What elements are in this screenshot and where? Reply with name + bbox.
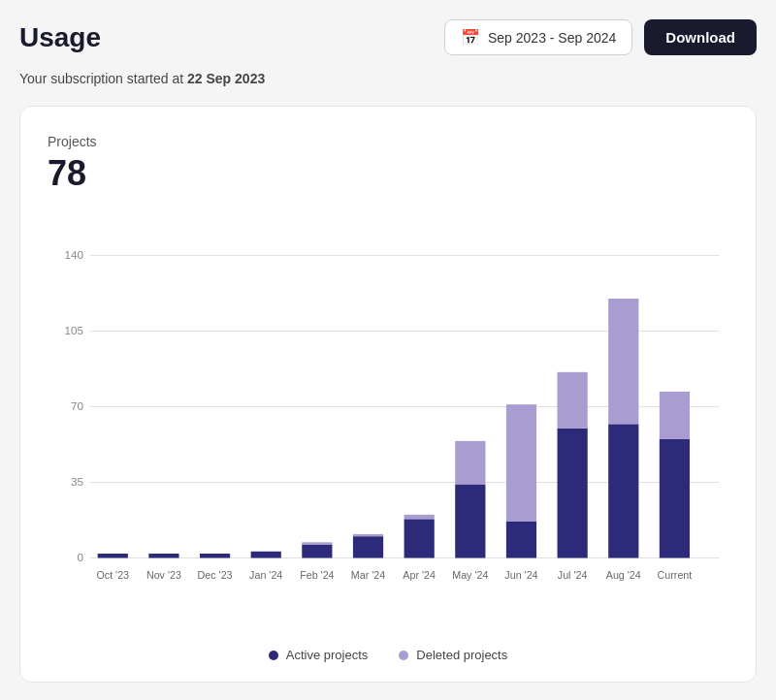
bar-active-4 — [302, 545, 332, 558]
svg-text:Apr '24: Apr '24 — [403, 569, 436, 581]
active-dot — [269, 651, 278, 660]
bar-active-9 — [558, 429, 588, 558]
bar-active-11 — [660, 439, 690, 558]
header-controls: 📅 Sep 2023 - Sep 2024 Download — [444, 19, 757, 55]
bar-active-0 — [98, 554, 128, 557]
svg-text:Mar '24: Mar '24 — [351, 569, 385, 581]
subscription-date: 22 Sep 2023 — [187, 71, 265, 86]
bar-active-3 — [251, 552, 281, 558]
svg-text:Jan '24: Jan '24 — [249, 569, 282, 581]
deleted-label: Deleted projects — [416, 648, 507, 662]
usage-card: Projects 78 0 35 70 105 140 — [19, 106, 757, 683]
svg-text:35: 35 — [71, 475, 84, 488]
svg-text:140: 140 — [65, 248, 84, 261]
svg-text:Current: Current — [658, 569, 693, 581]
svg-text:Nov '23: Nov '23 — [146, 569, 181, 581]
subscription-text: Your subscription started at — [19, 71, 183, 86]
bar-deleted-7 — [455, 441, 485, 485]
page-header: Usage 📅 Sep 2023 - Sep 2024 Download — [19, 19, 757, 55]
legend-active: Active projects — [269, 648, 369, 662]
download-button[interactable]: Download — [644, 19, 757, 55]
projects-label: Projects — [48, 134, 728, 149]
svg-text:Jul '24: Jul '24 — [558, 569, 588, 581]
calendar-icon: 📅 — [461, 28, 480, 47]
date-range-text: Sep 2023 - Sep 2024 — [488, 30, 616, 46]
svg-text:May '24: May '24 — [452, 569, 488, 581]
bar-active-5 — [353, 536, 383, 557]
svg-text:Dec '23: Dec '23 — [198, 569, 233, 581]
bar-deleted-5 — [353, 534, 383, 536]
bar-deleted-8 — [506, 404, 536, 521]
svg-text:0: 0 — [78, 551, 84, 563]
bar-deleted-6 — [404, 515, 435, 519]
projects-count: 78 — [48, 153, 728, 194]
chart-legend: Active projects Deleted projects — [48, 648, 728, 662]
bar-deleted-9 — [558, 372, 588, 429]
bar-deleted-4 — [302, 542, 332, 544]
deleted-dot — [399, 651, 408, 660]
svg-text:70: 70 — [71, 399, 84, 412]
page-title: Usage — [19, 22, 101, 53]
svg-text:Aug '24: Aug '24 — [606, 569, 641, 581]
bar-active-6 — [404, 519, 435, 557]
date-range-picker[interactable]: 📅 Sep 2023 - Sep 2024 — [444, 19, 632, 55]
active-label: Active projects — [286, 648, 369, 662]
bar-active-7 — [455, 484, 485, 557]
bar-chart: 0 35 70 105 140 — [48, 217, 728, 634]
bar-deleted-10 — [608, 299, 638, 424]
svg-text:Oct '23: Oct '23 — [96, 569, 129, 581]
bar-active-8 — [506, 522, 536, 558]
bar-active-2 — [200, 554, 230, 557]
svg-text:Feb '24: Feb '24 — [300, 569, 334, 581]
svg-text:Jun '24: Jun '24 — [504, 569, 537, 581]
bar-active-10 — [608, 424, 638, 557]
subscription-notice: Your subscription started at 22 Sep 2023 — [19, 71, 757, 86]
bar-deleted-11 — [660, 392, 690, 439]
svg-text:105: 105 — [65, 324, 84, 336]
bar-active-1 — [148, 554, 178, 557]
chart-area: 0 35 70 105 140 — [48, 217, 728, 638]
legend-deleted: Deleted projects — [399, 648, 507, 662]
